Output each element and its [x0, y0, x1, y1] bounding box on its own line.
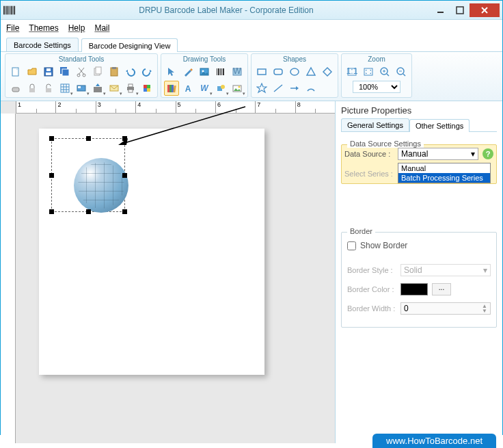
ruler-tick: 4 [135, 101, 175, 113]
dropdown-option-manual[interactable]: Manual [398, 163, 490, 173]
ribbon-group-standard: Standard Tools ▾ [5, 53, 158, 98]
color-button[interactable] [139, 81, 154, 96]
diamond-shape[interactable] [320, 64, 335, 79]
svg-marker-84 [370, 70, 371, 71]
border-width-spinner[interactable]: 0 ▲▼ [400, 302, 491, 315]
menu-themes[interactable]: Themes [29, 23, 58, 33]
help-icon[interactable]: ? [482, 148, 493, 159]
resize-handle-se[interactable] [122, 209, 127, 214]
svg-rect-38 [78, 86, 81, 88]
wordart-tool[interactable]: W▾ [197, 81, 212, 96]
pen-tool[interactable] [180, 64, 195, 79]
rounded-rect-shape[interactable] [271, 64, 286, 79]
email-button[interactable]: ▾ [107, 81, 122, 96]
barcode-tool[interactable] [213, 64, 228, 79]
menu-file[interactable]: File [6, 23, 19, 33]
grid-button[interactable]: ▾ [57, 81, 72, 96]
zoom-in-button[interactable] [377, 64, 392, 79]
select-tool[interactable] [164, 64, 179, 79]
svg-rect-0 [3, 5, 5, 14]
new-button[interactable] [8, 64, 23, 79]
undo-button[interactable] [123, 64, 138, 79]
line-shape[interactable] [271, 81, 286, 96]
tab-barcode-settings[interactable]: Barcode Settings [6, 38, 79, 51]
redo-button[interactable] [139, 64, 154, 79]
canvas-area[interactable]: 1 2 3 4 5 6 7 8 [1, 101, 335, 443]
svg-rect-46 [147, 85, 150, 88]
ellipse-shape[interactable] [287, 64, 302, 79]
border-style-select[interactable]: Solid▾ [400, 264, 491, 276]
library-tool[interactable] [164, 81, 179, 96]
svg-rect-5 [11, 5, 12, 14]
tab-designing-view[interactable]: Barcode Designing View [81, 38, 178, 52]
dropdown-option-batch[interactable]: Batch Processing Series [398, 173, 490, 183]
svg-marker-28 [150, 70, 152, 73]
tab-other-settings[interactable]: Other Settings [409, 119, 470, 132]
picture-tool[interactable] [197, 64, 212, 79]
border-color-swatch[interactable] [400, 283, 428, 295]
export-button[interactable]: ▾ [90, 81, 105, 96]
save-button[interactable] [41, 64, 56, 79]
svg-marker-27 [126, 70, 128, 73]
tab-general-settings[interactable]: General Settings [341, 118, 409, 131]
svg-rect-16 [46, 68, 51, 71]
cut-button[interactable] [74, 64, 89, 79]
ruler-tick: 5 [176, 101, 215, 113]
show-border-input[interactable] [347, 241, 356, 250]
lock-button[interactable] [25, 81, 40, 96]
menu-mail[interactable]: Mail [94, 23, 109, 33]
zoom-select[interactable]: 100% [353, 81, 400, 93]
zoom-fit-button[interactable] [361, 64, 376, 79]
svg-point-67 [221, 85, 225, 89]
resize-handle-w[interactable] [49, 173, 54, 178]
print-button[interactable]: ▾ [123, 81, 138, 96]
card-button[interactable]: ▾ [74, 81, 89, 96]
resize-handle-ne[interactable] [122, 136, 127, 141]
resize-handle-e[interactable] [122, 173, 127, 178]
rectangle-shape[interactable] [254, 64, 269, 79]
resize-handle-n[interactable] [86, 136, 91, 141]
triangle-shape[interactable] [303, 64, 318, 79]
star-shape[interactable] [254, 81, 269, 96]
design-canvas[interactable] [39, 129, 264, 375]
zoom-actual-button[interactable]: 1:1 [344, 64, 359, 79]
arc-shape[interactable] [303, 81, 318, 96]
svg-rect-57 [223, 68, 224, 75]
maximize-button[interactable] [450, 3, 470, 17]
minimize-button[interactable] [431, 3, 450, 17]
resize-handle-sw[interactable] [49, 209, 54, 214]
image-tool[interactable]: ▾ [230, 81, 245, 96]
svg-rect-18 [62, 69, 69, 76]
arrow-shape[interactable] [287, 81, 302, 96]
copy-button[interactable] [90, 64, 105, 79]
resize-handle-nw[interactable] [49, 136, 54, 141]
resize-handle-s[interactable] [86, 209, 91, 214]
menu-help[interactable]: Help [68, 23, 85, 33]
selected-picture[interactable] [51, 138, 125, 212]
delete-button[interactable] [8, 81, 23, 96]
unlock-button[interactable] [41, 81, 56, 96]
svg-text:1:1: 1:1 [346, 66, 357, 76]
close-button[interactable] [470, 3, 500, 17]
data-source-select[interactable]: Manual▾ [398, 148, 478, 160]
spinner-arrows-icon[interactable]: ▲▼ [482, 304, 487, 313]
menubar: File Themes Help Mail [1, 20, 502, 36]
svg-text:W: W [233, 66, 241, 76]
watermark-tool[interactable]: W [230, 64, 245, 79]
save-all-button[interactable] [57, 64, 72, 79]
show-border-checkbox[interactable]: Show Border [347, 241, 491, 250]
paste-button[interactable] [107, 64, 122, 79]
ribbon-label-standard: Standard Tools [59, 55, 105, 64]
shape-tool[interactable]: ▾ [213, 81, 228, 96]
open-button[interactable] [25, 64, 40, 79]
border-width-label: Border Width : [347, 304, 396, 313]
footer-link[interactable]: www.HowToBarcode.net [372, 434, 496, 448]
text-tool[interactable]: A [180, 81, 195, 96]
ribbon-group-zoom: Zoom 1:1 100% [341, 53, 412, 98]
window-title: DRPU Barcode Label Maker - Corporate Edi… [21, 5, 431, 15]
zoom-out-button[interactable] [394, 64, 409, 79]
globe-image[interactable] [74, 158, 128, 213]
select-series-label: Select Series : [344, 170, 394, 178]
border-color-label: Border Color : [347, 285, 396, 293]
border-color-picker-button[interactable]: ... [432, 283, 451, 295]
